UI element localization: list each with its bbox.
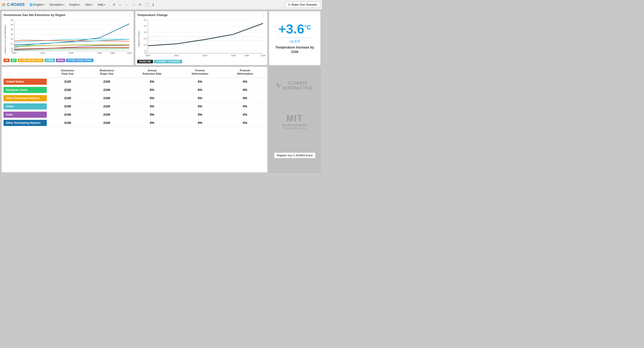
svg-text:1.5: 1.5 xyxy=(144,50,147,52)
table-row[interactable]: European Union 2100 2100 0% 0% 0% xyxy=(2,86,267,94)
navbar: C-ROADS 🌐 English ▾ Simulation ▾ Graphs … xyxy=(0,0,322,10)
svg-text:4.0: 4.0 xyxy=(144,19,147,21)
afforestation-cell: 0% xyxy=(223,94,267,102)
legend-other-developing: OTHER DEVELOPING xyxy=(66,59,93,62)
deforestation-cell: 0% xyxy=(177,110,223,119)
chevron-down-icon: ▾ xyxy=(44,4,45,6)
col-begin-year: ReductionsBegin Year xyxy=(87,67,127,77)
share-icon: ⎘ xyxy=(288,3,290,6)
temp-chart-panel: Temperature Change ⋮ Degrees Celsius xyxy=(135,11,268,65)
svg-text:3.0: 3.0 xyxy=(144,31,147,34)
legend-china: CHINA xyxy=(45,59,55,62)
reduction-rate-cell: 0% xyxy=(127,94,177,102)
svg-text:30: 30 xyxy=(10,38,13,40)
graphs-menu[interactable]: Graphs ▾ xyxy=(67,2,82,7)
region-cell: China xyxy=(2,102,49,110)
chevron-down-icon: ▾ xyxy=(79,4,80,6)
svg-text:3.5: 3.5 xyxy=(144,25,147,27)
svg-text:50: 50 xyxy=(10,19,13,21)
reduction-rate-cell: 0% xyxy=(127,119,177,127)
language-label: English xyxy=(34,3,43,6)
chevron-down-icon: ▾ xyxy=(92,4,93,6)
svg-text:2080: 2080 xyxy=(244,54,249,57)
svg-text:2000: 2000 xyxy=(146,54,150,57)
temp-chart-title: Temperature Change xyxy=(137,13,265,17)
home-button[interactable]: ⌂ xyxy=(118,2,122,8)
col-region xyxy=(2,67,49,77)
register-button[interactable]: Register Your C-ROADS Event xyxy=(274,152,316,158)
app-logo: C-ROADS xyxy=(2,3,25,7)
svg-text:2060: 2060 xyxy=(231,54,236,57)
deforestation-cell: 0% xyxy=(177,86,223,94)
svg-text:40: 40 xyxy=(10,28,13,31)
help-menu[interactable]: Help ▾ xyxy=(96,2,107,7)
chevron-down-icon: ▾ xyxy=(63,4,64,6)
legend-current-scenario: CURRENT SCENARIO xyxy=(154,60,182,63)
deforestation-cell: 0% xyxy=(177,119,223,127)
reduction-rate-cell: 0% xyxy=(127,102,177,110)
svg-text:2.0: 2.0 xyxy=(144,44,147,46)
reduction-rate-cell: 0% xyxy=(127,77,177,86)
svg-text:2100: 2100 xyxy=(127,52,132,54)
legend-india: INDIA xyxy=(56,59,65,62)
svg-marker-48 xyxy=(148,23,263,47)
peak-year-cell: 2100 xyxy=(49,86,87,94)
peak-year-cell: 2100 xyxy=(49,119,87,127)
table-row[interactable]: United States 2100 2100 0% 0% 0% xyxy=(2,77,267,86)
begin-year-cell: 2100 xyxy=(87,110,127,119)
main-content: Greenhouse Gas Net Emissions by Region ⋮… xyxy=(0,10,322,174)
svg-text:Gigatons CO2 equivalent/year: Gigatons CO2 equivalent/year xyxy=(4,25,6,53)
refresh-button[interactable]: ↻ xyxy=(138,2,143,8)
begin-year-cell: 2100 xyxy=(87,102,127,110)
view-menu[interactable]: View ▾ xyxy=(83,2,95,7)
region-cell: Other Developed Nations xyxy=(2,94,49,102)
svg-text:2040: 2040 xyxy=(202,54,207,57)
chevron-down-icon: ▾ xyxy=(104,4,105,6)
col-deforestation: PreventDeforestation xyxy=(177,67,223,77)
svg-text:2060: 2060 xyxy=(97,52,102,54)
reduction-rate-cell: 0% xyxy=(127,110,177,119)
begin-year-cell: 2100 xyxy=(87,94,127,102)
undo-button[interactable]: ↺ xyxy=(111,2,117,8)
temp-legend: BASELINE CURRENT SCENARIO xyxy=(137,60,265,63)
scenarios-table: EmissionsPeak Year ReductionsBegin Year … xyxy=(2,67,267,127)
back-button[interactable]: ← xyxy=(124,2,130,8)
temp-chart-svg: Degrees Celsius 4.0 3.5 xyxy=(137,18,265,58)
afforestation-cell: 0% xyxy=(223,86,267,94)
nav-separator xyxy=(109,2,109,7)
simulation-menu[interactable]: Simulation ▾ xyxy=(48,2,66,7)
table-row[interactable]: Other Developing Nations 2100 2100 0% 0%… xyxy=(2,119,267,127)
ghg-chart-svg: Gigatons CO2 equivalent/year 50 45 40 35… xyxy=(4,18,132,57)
forward-button[interactable]: → xyxy=(130,2,136,8)
side-panel: ↻ CLIMATE INTERACTIVE MIT MANAGEMENT Sus… xyxy=(269,67,320,172)
climate-interactive-logo: ↻ CLIMATE INTERACTIVE xyxy=(276,81,313,91)
temp-chart-menu[interactable]: ⋮ xyxy=(262,13,265,18)
begin-year-cell: 2100 xyxy=(87,86,127,94)
afforestation-cell: 0% xyxy=(223,119,267,127)
peak-year-cell: 2100 xyxy=(49,110,87,119)
col-reduction-rate: AnnualReduction Rate xyxy=(127,67,177,77)
ghg-chart-menu[interactable]: ⋮ xyxy=(128,13,132,18)
table-row[interactable]: India 2100 2100 0% 0% 0% xyxy=(2,110,267,119)
mit-logo: MIT MANAGEMENT Sustainability Initiative xyxy=(282,113,307,129)
table-row[interactable]: China 2100 2100 0% 0% 0% xyxy=(2,102,267,110)
ghg-chart-title: Greenhouse Gas Net Emissions by Region xyxy=(4,13,132,17)
afforestation-cell: 0% xyxy=(223,77,267,86)
region-cell: India xyxy=(2,110,49,119)
fullscreen-button[interactable]: ⛶ xyxy=(144,2,150,8)
temperature-result-panel: +3.6 °C +6.5°F Temperature Increase by 2… xyxy=(269,11,320,65)
svg-text:2000: 2000 xyxy=(12,52,16,54)
table-row[interactable]: Other Developed Nations 2100 2100 0% 0% … xyxy=(2,94,267,102)
ci-text-line2: INTERACTIVE xyxy=(282,86,313,91)
legend-other-developed: OTHER DEVELOPED xyxy=(18,59,44,62)
language-button[interactable]: 🌐 English ▾ xyxy=(28,2,46,7)
col-peak-year: EmissionsPeak Year xyxy=(49,67,87,77)
temp-chart-container: Degrees Celsius 4.0 3.5 xyxy=(137,18,265,59)
globe-icon: 🌐 xyxy=(30,3,33,6)
region-cell: European Union xyxy=(2,86,49,94)
begin-year-cell: 2100 xyxy=(87,119,127,127)
mit-text: MIT xyxy=(282,113,307,123)
info-button[interactable]: ℹ xyxy=(151,2,155,8)
peak-year-cell: 2100 xyxy=(49,102,87,110)
share-button[interactable]: ⎘ Share Your Scenario xyxy=(285,2,320,8)
